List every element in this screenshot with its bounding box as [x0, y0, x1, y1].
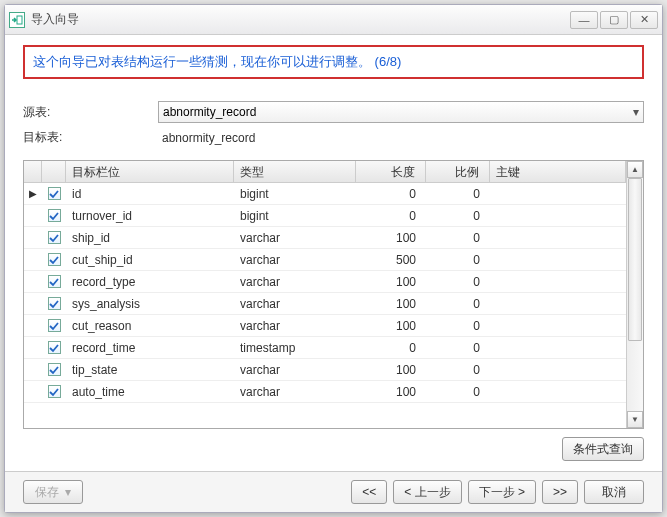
save-button[interactable]: 保存 ▾ [23, 480, 83, 504]
row-checkbox[interactable] [42, 253, 66, 266]
header-length[interactable]: 长度 [356, 161, 426, 182]
row-ratio[interactable]: 0 [426, 319, 490, 333]
source-row: 源表: abnormity_record ▾ [23, 101, 644, 123]
row-ratio[interactable]: 0 [426, 363, 490, 377]
last-page-button[interactable]: >> [542, 480, 578, 504]
table-row[interactable]: ship_idvarchar1000 [24, 227, 626, 249]
row-type[interactable]: varchar [234, 275, 356, 289]
row-checkbox[interactable] [42, 275, 66, 288]
row-field[interactable]: cut_reason [66, 319, 234, 333]
row-length[interactable]: 0 [356, 209, 426, 223]
row-ratio[interactable]: 0 [426, 231, 490, 245]
checkbox-icon [48, 209, 61, 222]
table-row[interactable]: ▶idbigint00 [24, 183, 626, 205]
row-ratio[interactable]: 0 [426, 275, 490, 289]
scroll-up-button[interactable]: ▲ [627, 161, 643, 178]
vertical-scrollbar[interactable]: ▲ ▼ [626, 161, 643, 428]
row-checkbox[interactable] [42, 341, 66, 354]
row-ratio[interactable]: 0 [426, 209, 490, 223]
row-ratio[interactable]: 0 [426, 385, 490, 399]
row-length[interactable]: 100 [356, 363, 426, 377]
row-field[interactable]: ship_id [66, 231, 234, 245]
source-label: 源表: [23, 104, 158, 121]
row-field[interactable]: cut_ship_id [66, 253, 234, 267]
row-field[interactable]: id [66, 187, 234, 201]
cancel-button[interactable]: 取消 [584, 480, 644, 504]
row-field[interactable]: record_time [66, 341, 234, 355]
row-checkbox[interactable] [42, 297, 66, 310]
window-title: 导入向导 [31, 11, 570, 28]
checkbox-icon [48, 341, 61, 354]
row-field[interactable]: auto_time [66, 385, 234, 399]
row-ratio[interactable]: 0 [426, 187, 490, 201]
table-row[interactable]: auto_timevarchar1000 [24, 381, 626, 403]
scroll-down-button[interactable]: ▼ [627, 411, 643, 428]
grid-header: 目标栏位 类型 长度 比例 主键 [24, 161, 626, 183]
header-ratio[interactable]: 比例 [426, 161, 490, 182]
checkbox-icon [48, 363, 61, 376]
row-checkbox[interactable] [42, 319, 66, 332]
scroll-thumb[interactable] [628, 178, 642, 341]
header-field[interactable]: 目标栏位 [66, 161, 234, 182]
row-field[interactable]: tip_state [66, 363, 234, 377]
row-ratio[interactable]: 0 [426, 297, 490, 311]
header-marker [24, 161, 42, 182]
prev-button[interactable]: < 上一步 [393, 480, 461, 504]
row-checkbox[interactable] [42, 209, 66, 222]
chevron-down-icon: ▾ [633, 105, 639, 119]
row-ratio[interactable]: 0 [426, 253, 490, 267]
row-checkbox[interactable] [42, 363, 66, 376]
close-button[interactable]: ✕ [630, 11, 658, 29]
scroll-track[interactable] [627, 178, 643, 411]
row-type[interactable]: varchar [234, 231, 356, 245]
table-row[interactable]: tip_statevarchar1000 [24, 359, 626, 381]
row-length[interactable]: 100 [356, 297, 426, 311]
import-wizard-window: 导入向导 — ▢ ✕ 这个向导已对表结构运行一些猜测，现在你可以进行调整。 (6… [4, 4, 663, 513]
row-length[interactable]: 100 [356, 385, 426, 399]
condition-query-button[interactable]: 条件式查询 [562, 437, 644, 461]
row-type[interactable]: bigint [234, 187, 356, 201]
row-length[interactable]: 100 [356, 275, 426, 289]
target-row: 目标表: abnormity_record [23, 129, 644, 146]
table-row[interactable]: cut_ship_idvarchar5000 [24, 249, 626, 271]
table-row[interactable]: turnover_idbigint00 [24, 205, 626, 227]
next-button[interactable]: 下一步 > [468, 480, 536, 504]
row-length[interactable]: 100 [356, 231, 426, 245]
header-key[interactable]: 主键 [490, 161, 626, 182]
first-page-button[interactable]: << [351, 480, 387, 504]
checkbox-icon [48, 385, 61, 398]
row-ratio[interactable]: 0 [426, 341, 490, 355]
row-field[interactable]: turnover_id [66, 209, 234, 223]
row-length[interactable]: 500 [356, 253, 426, 267]
checkbox-icon [48, 231, 61, 244]
row-checkbox[interactable] [42, 231, 66, 244]
row-length[interactable]: 100 [356, 319, 426, 333]
maximize-button[interactable]: ▢ [600, 11, 628, 29]
row-field[interactable]: record_type [66, 275, 234, 289]
columns-grid: 目标栏位 类型 长度 比例 主键 ▶idbigint00turnover_idb… [23, 160, 644, 429]
row-checkbox[interactable] [42, 385, 66, 398]
minimize-button[interactable]: — [570, 11, 598, 29]
grid-rows: ▶idbigint00turnover_idbigint00ship_idvar… [24, 183, 626, 428]
row-type[interactable]: varchar [234, 253, 356, 267]
row-type[interactable]: varchar [234, 319, 356, 333]
row-checkbox[interactable] [42, 187, 66, 200]
checkbox-icon [48, 253, 61, 266]
row-type[interactable]: bigint [234, 209, 356, 223]
header-checkbox [42, 161, 66, 182]
titlebar[interactable]: 导入向导 — ▢ ✕ [5, 5, 662, 35]
table-row[interactable]: sys_analysisvarchar1000 [24, 293, 626, 315]
table-row[interactable]: record_typevarchar1000 [24, 271, 626, 293]
table-row[interactable]: record_timetimestamp00 [24, 337, 626, 359]
row-length[interactable]: 0 [356, 341, 426, 355]
header-type[interactable]: 类型 [234, 161, 356, 182]
row-type[interactable]: varchar [234, 385, 356, 399]
row-type[interactable]: timestamp [234, 341, 356, 355]
source-select[interactable]: abnormity_record ▾ [158, 101, 644, 123]
table-row[interactable]: cut_reasonvarchar1000 [24, 315, 626, 337]
row-field[interactable]: sys_analysis [66, 297, 234, 311]
row-type[interactable]: varchar [234, 363, 356, 377]
row-length[interactable]: 0 [356, 187, 426, 201]
info-message: 这个向导已对表结构运行一些猜测，现在你可以进行调整。 (6/8) [33, 53, 634, 71]
row-type[interactable]: varchar [234, 297, 356, 311]
